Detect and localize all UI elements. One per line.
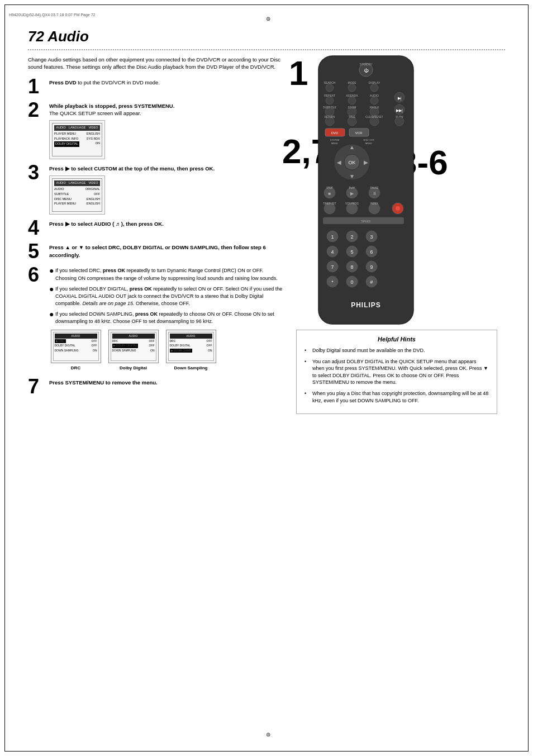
svg-text:▶: ▶ bbox=[350, 191, 354, 196]
bullet-dot: ● bbox=[49, 267, 54, 274]
downsampling-screen-item: AUDIO DRCOFF DOLBY DIGITALOFF ▶ DOWN SAM… bbox=[164, 330, 217, 372]
svg-text:TITLE: TITLE bbox=[349, 116, 355, 118]
hint-2-text: You can adjust DOLBY DIGITAL in the QUIC… bbox=[312, 358, 489, 386]
svg-text:7: 7 bbox=[331, 264, 334, 270]
step-7-number: 7 bbox=[28, 377, 45, 397]
svg-text:PHILIPS: PHILIPS bbox=[351, 301, 381, 309]
step-4-content: Press ▶ to select AUDIO ( ♬ ), then pres… bbox=[49, 220, 164, 227]
drc-screen-item: AUDIO ▶ DRCOFF DOLBY DIGITALOFF DOWN SAM… bbox=[49, 330, 102, 372]
step-5-number: 5 bbox=[28, 241, 45, 261]
svg-text:MENU: MENU bbox=[365, 142, 372, 145]
svg-text:9: 9 bbox=[370, 264, 373, 270]
svg-text:▶: ▶ bbox=[364, 159, 368, 165]
step-2-content: While playback is stopped, press SYSTEM/… bbox=[49, 102, 174, 160]
svg-text:⏻: ⏻ bbox=[364, 68, 369, 73]
drc-screen: AUDIO ▶ DRCOFF DOLBY DIGITALOFF DOWN SAM… bbox=[51, 330, 101, 363]
downsampling-screen-label: Down Sampling bbox=[174, 365, 208, 372]
svg-text:◀: ◀ bbox=[337, 159, 341, 165]
hint-bullet: • bbox=[304, 347, 310, 354]
svg-point-33 bbox=[395, 117, 404, 126]
helpful-hints-box: Helpful Hints • Dolby Digital sound must… bbox=[296, 330, 497, 414]
step-5: 5 Press ▲ or ▼ to select DRC, DOLBY DIGI… bbox=[28, 244, 285, 261]
intro-text: Change Audio settings based on other equ… bbox=[28, 56, 285, 71]
remote-control: ⏻ STANDBY SEARCH MODE DISPLAY REPEAT AGE… bbox=[302, 53, 447, 328]
svg-text:OK: OK bbox=[348, 160, 355, 165]
svg-text:SYSTEM: SYSTEM bbox=[330, 139, 339, 141]
step3-screen: AUDIOLANGUAGEVIDEO AUDIOORIGINAL SUBTITL… bbox=[49, 175, 105, 215]
step-1-number: 1 bbox=[28, 77, 45, 97]
svg-text:TIMER SET: TIMER SET bbox=[323, 202, 336, 205]
svg-text:⏸: ⏸ bbox=[372, 191, 377, 196]
hint-2: • You can adjust DOLBY DIGITAL in the QU… bbox=[304, 358, 489, 386]
svg-text:STOP: STOP bbox=[326, 187, 333, 189]
hint-1: • Dolby Digital sound must be available … bbox=[304, 347, 489, 354]
svg-text:ANGLE: ANGLE bbox=[370, 106, 380, 109]
svg-text:▲: ▲ bbox=[349, 144, 355, 150]
step-1: 1 Press DVD to put the DVD/VCR in DVD mo… bbox=[28, 79, 285, 97]
step-6-number: 6 bbox=[28, 265, 45, 373]
svg-point-15 bbox=[370, 97, 378, 104]
svg-text:2: 2 bbox=[350, 234, 353, 240]
hints-title: Helpful Hints bbox=[304, 336, 489, 343]
step-7-content: Press SYSTEM/MENU to remove the menu. bbox=[49, 379, 158, 386]
svg-text:▼: ▼ bbox=[349, 173, 355, 179]
svg-text:DVD: DVD bbox=[331, 131, 339, 135]
dolby-screen-label: Dolby Digital bbox=[120, 365, 147, 372]
step-4-number: 4 bbox=[28, 218, 45, 238]
drc-screen-label: DRC bbox=[71, 365, 80, 372]
svg-text:SPEED: SPEED bbox=[361, 220, 371, 223]
svg-point-66 bbox=[396, 206, 400, 211]
step-6-content: ● If you selected DRC, press OK repeated… bbox=[49, 267, 285, 373]
bullet-downsampling-text: If you selected DOWN SAMPLING, press OK … bbox=[55, 311, 285, 325]
hint-3-text: When you play a Disc that has copyright … bbox=[312, 390, 489, 404]
crosshair-bottom: ⊕ bbox=[266, 731, 275, 740]
bullet-dot: ● bbox=[49, 311, 54, 318]
svg-point-13 bbox=[326, 97, 334, 104]
svg-text:▶|: ▶| bbox=[398, 96, 402, 101]
main-content: Change Audio settings based on other equ… bbox=[28, 56, 285, 402]
step-3-number: 3 bbox=[28, 163, 45, 183]
svg-text:PAUSE: PAUSE bbox=[370, 187, 379, 189]
svg-point-8 bbox=[348, 84, 356, 92]
step2-screen: AUDIOLANGUAGEVIDEO PLAYER MENUENGLISH PL… bbox=[49, 120, 105, 159]
svg-text:8: 8 bbox=[350, 264, 353, 270]
svg-text:INDEX: INDEX bbox=[370, 202, 378, 205]
svg-text:0: 0 bbox=[350, 279, 353, 285]
step-2: 2 While playback is stopped, press SYSTE… bbox=[28, 102, 285, 160]
svg-text:▶▶|: ▶▶| bbox=[396, 108, 403, 113]
downsampling-screen: AUDIO DRCOFF DOLBY DIGITALOFF ▶ DOWN SAM… bbox=[166, 330, 216, 363]
bullet-drc-text: If you selected DRC, press OK repeatedly… bbox=[55, 267, 285, 282]
step-3-content: Press ▶ to select CUSTOM at the top of t… bbox=[49, 165, 215, 215]
svg-text:DISC VCR: DISC VCR bbox=[363, 139, 374, 141]
bullet-dolby-text: If you selected DOLBY DIGITAL, press OK … bbox=[55, 286, 285, 307]
svg-text:SUBTITLE: SUBTITLE bbox=[323, 106, 337, 109]
step-4: 4 Press ▶ to select AUDIO ( ♬ ), then pr… bbox=[28, 220, 285, 238]
svg-text:RETURN: RETURN bbox=[325, 116, 335, 118]
svg-text:3: 3 bbox=[370, 234, 373, 240]
hint-1-text: Dolby Digital sound must be available on… bbox=[312, 347, 425, 354]
svg-text:PLAY: PLAY bbox=[349, 187, 355, 189]
svg-text:STANDBY: STANDBY bbox=[359, 63, 373, 66]
section-divider bbox=[28, 49, 505, 50]
crosshair-top: ⊕ bbox=[266, 16, 275, 25]
step-7: 7 Press SYSTEM/MENU to remove the menu. bbox=[28, 379, 285, 397]
svg-text:1: 1 bbox=[331, 234, 334, 240]
bullet-downsampling: ● If you selected DOWN SAMPLING, press O… bbox=[49, 311, 285, 325]
hint-bullet: • bbox=[304, 358, 310, 365]
svg-text:VCR: VCR bbox=[355, 131, 363, 135]
svg-text:5: 5 bbox=[350, 249, 353, 255]
svg-text:■: ■ bbox=[329, 191, 331, 196]
svg-text:4: 4 bbox=[331, 249, 334, 255]
header-text: H9420UD(p52-84).QX4 03.7.18 0:07 PM Page… bbox=[9, 13, 96, 17]
svg-text:VCR PROG: VCR PROG bbox=[345, 202, 359, 205]
svg-text:6: 6 bbox=[370, 249, 373, 255]
svg-text:MENU: MENU bbox=[331, 142, 338, 145]
step-2-number: 2 bbox=[28, 100, 45, 120]
bullet-drc: ● If you selected DRC, press OK repeated… bbox=[49, 267, 285, 282]
dolby-screen: AUDIO DRCOFF ▶ DOLBY DIGITALOFF DOWN SAM… bbox=[108, 330, 159, 363]
hint-bullet: • bbox=[304, 390, 310, 397]
page-title: 72 Audio bbox=[28, 28, 89, 45]
hint-3: • When you play a Disc that has copyrigh… bbox=[304, 390, 489, 404]
bullet-dolby: ● If you selected DOLBY DIGITAL, press O… bbox=[49, 286, 285, 307]
svg-text:ZOOM: ZOOM bbox=[348, 106, 356, 109]
